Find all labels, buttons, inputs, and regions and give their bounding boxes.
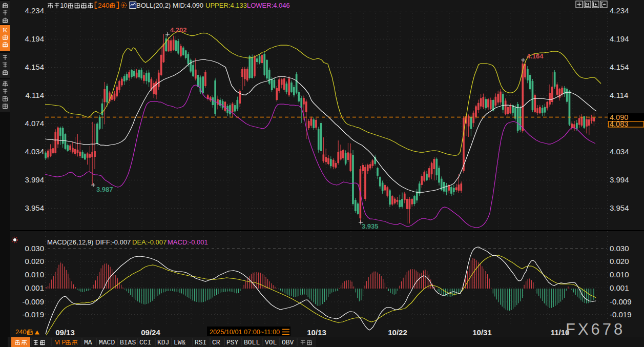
- svg-text:4.074: 4.074: [25, 119, 44, 128]
- svg-text:I: I: [58, 339, 60, 346]
- svg-text:0.020: 0.020: [610, 257, 629, 266]
- svg-text:4.114: 4.114: [610, 91, 628, 99]
- svg-text:BIAS: BIAS: [120, 339, 136, 346]
- svg-text:4.202: 4.202: [170, 26, 187, 34]
- svg-text:0.010: 0.010: [25, 270, 44, 279]
- svg-text:CCI: CCI: [139, 339, 151, 346]
- svg-text:-0.019: -0.019: [22, 310, 44, 319]
- svg-text:0.030: 0.030: [25, 244, 44, 253]
- svg-text:RSI: RSI: [195, 339, 206, 346]
- svg-text:10/22: 10/22: [388, 328, 407, 337]
- svg-text:MACD:-0.001: MACD:-0.001: [168, 238, 208, 246]
- svg-text:4.154: 4.154: [25, 63, 44, 71]
- svg-text:UPPER:4.133: UPPER:4.133: [205, 2, 247, 9]
- svg-text:K: K: [3, 26, 8, 34]
- svg-text:3.954: 3.954: [25, 203, 44, 212]
- svg-text:DIFF:-0.007: DIFF:-0.007: [95, 238, 131, 246]
- svg-text:MACD(26,12,9): MACD(26,12,9): [47, 238, 93, 246]
- svg-text:4: 4: [19, 328, 23, 336]
- svg-text:4.234: 4.234: [610, 6, 629, 15]
- svg-text:VOL: VOL: [265, 339, 277, 346]
- svg-text:4.114: 4.114: [26, 91, 44, 99]
- svg-text:KDJ: KDJ: [157, 339, 169, 346]
- svg-text:3.935: 3.935: [362, 222, 379, 230]
- svg-text:4.234: 4.234: [25, 6, 44, 15]
- svg-text:MACD: MACD: [99, 339, 115, 346]
- svg-text:-0.009: -0.009: [610, 297, 632, 306]
- svg-text:0.020: 0.020: [25, 257, 44, 266]
- svg-text:LW&: LW&: [174, 339, 186, 346]
- svg-text:3.987: 3.987: [96, 186, 113, 193]
- svg-text:-0.019: -0.019: [610, 310, 632, 319]
- svg-text:0: 0: [23, 328, 27, 336]
- svg-text:FX678: FX678: [566, 320, 625, 338]
- svg-text:MID:4.090: MID:4.090: [173, 2, 203, 9]
- svg-text:4.083: 4.083: [610, 120, 628, 128]
- svg-text:4.194: 4.194: [25, 34, 44, 43]
- svg-text:10/13: 10/13: [307, 328, 326, 337]
- svg-text:MA: MA: [84, 339, 92, 346]
- svg-text:0: 0: [64, 2, 68, 9]
- svg-text:240: 240: [98, 2, 110, 9]
- svg-text:0.001: 0.001: [610, 283, 629, 292]
- svg-text:OBV: OBV: [282, 339, 294, 346]
- svg-text:10/31: 10/31: [472, 328, 492, 337]
- svg-text:4.034: 4.034: [25, 147, 44, 156]
- svg-text:4.034: 4.034: [610, 147, 629, 156]
- svg-text:0.001: 0.001: [25, 283, 44, 292]
- svg-text:4.194: 4.194: [610, 34, 629, 43]
- svg-text:3.994: 3.994: [610, 175, 629, 184]
- svg-text:1: 1: [60, 2, 64, 9]
- svg-text:3.994: 3.994: [25, 175, 44, 184]
- svg-text:LOWER:4.046: LOWER:4.046: [247, 2, 290, 9]
- svg-text:DEA:-0.007: DEA:-0.007: [132, 238, 167, 246]
- svg-text:P: P: [61, 339, 66, 346]
- svg-text:PSY: PSY: [226, 339, 239, 346]
- svg-text:CR: CR: [212, 339, 220, 346]
- svg-text:2025/10/01 07:00~11:00: 2025/10/01 07:00~11:00: [210, 328, 280, 336]
- svg-text:4.164: 4.164: [527, 52, 544, 60]
- svg-text:2: 2: [15, 328, 19, 336]
- svg-text:3.954: 3.954: [610, 203, 629, 212]
- svg-text:0.030: 0.030: [610, 244, 629, 253]
- svg-text:BOLL: BOLL: [244, 339, 260, 346]
- svg-text:4.154: 4.154: [610, 63, 629, 71]
- svg-text:09/24: 09/24: [141, 328, 160, 337]
- svg-text:BOLL(20,2): BOLL(20,2): [136, 2, 171, 9]
- svg-text:0.010: 0.010: [610, 270, 629, 279]
- svg-text:-0.009: -0.009: [22, 297, 44, 306]
- svg-text:09/13: 09/13: [55, 328, 75, 337]
